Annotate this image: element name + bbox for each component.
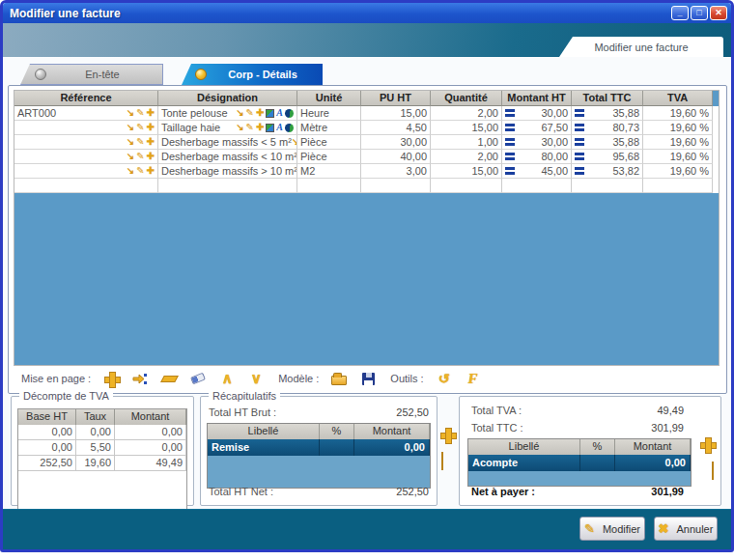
col-header-unite[interactable]: Unité <box>297 91 361 106</box>
remise-row[interactable]: Remise 0,00 <box>208 439 430 456</box>
table-row[interactable]: ART000 ↘ ✎ ✚ Tonte pelouse ↘ ✎ ✚ A Heure… <box>14 106 719 121</box>
pick-article-icon[interactable]: ↘ <box>236 123 243 132</box>
color-circle-icon[interactable] <box>285 124 294 132</box>
empty-row[interactable] <box>14 179 719 193</box>
remove-acompte-button[interactable] <box>712 462 714 480</box>
quantite-cell[interactable]: 1,00 <box>431 135 502 150</box>
add-acompte-button[interactable] <box>700 437 715 456</box>
add-row-button[interactable] <box>97 369 126 388</box>
total-ttc-cell[interactable]: 35,88 <box>572 135 643 150</box>
total-ttc-cell[interactable]: 35,88 <box>572 106 643 121</box>
remise-pct[interactable] <box>320 439 354 456</box>
add-plus-icon[interactable]: ✚ <box>147 137 155 147</box>
col-header-pu-ht[interactable]: PU HT <box>361 91 431 106</box>
equals-icon[interactable] <box>505 153 515 160</box>
image-icon[interactable] <box>266 109 274 118</box>
reference-cell[interactable]: ↘ ✎ ✚ <box>14 121 158 135</box>
table-row[interactable]: ↘ ✎ ✚ Desherbage massifs < 10 m² ↘ ✎ ✚ A… <box>14 150 719 164</box>
equals-icon[interactable] <box>575 153 584 160</box>
unite-cell[interactable]: Heure <box>297 106 361 121</box>
col-header-tva[interactable]: TVA <box>643 91 713 106</box>
remove-remise-button[interactable] <box>441 453 443 470</box>
equals-icon[interactable] <box>505 109 515 117</box>
tva-row[interactable]: 252,50 19,60 49,49 <box>18 456 186 471</box>
pick-article-icon[interactable]: ↘ <box>127 108 134 118</box>
col-header-total-ttc[interactable]: Total TTC <box>572 91 643 106</box>
move-down-button[interactable]: ∨ <box>241 369 270 388</box>
remise-table-empty[interactable] <box>208 456 430 488</box>
edit-pencil-icon[interactable]: ✎ <box>136 123 144 132</box>
pick-article-icon[interactable]: ↘ <box>236 108 243 118</box>
designation-cell[interactable]: Taillage haie ↘ ✎ ✚ A <box>158 121 297 135</box>
remise-label[interactable]: Remise <box>208 439 320 456</box>
table-row[interactable]: ↘ ✎ ✚ Desherbage massifs > 10 m² ↘ ✎ ✚ A… <box>14 164 719 179</box>
equals-icon[interactable] <box>575 167 584 175</box>
remise-montant[interactable]: 0,00 <box>354 439 430 456</box>
quantite-cell[interactable]: 2,00 <box>431 106 502 121</box>
reference-cell[interactable]: ↘ ✎ ✚ <box>14 150 158 164</box>
font-style-icon[interactable]: A <box>276 123 283 132</box>
edit-pencil-icon[interactable]: ✎ <box>136 137 144 147</box>
minimize-icon[interactable]: _ <box>671 6 689 20</box>
add-plus-icon[interactable]: ✚ <box>147 152 155 161</box>
pu-ht-cell[interactable]: 30,00 <box>361 135 431 150</box>
equals-icon[interactable] <box>505 138 515 146</box>
acompte-pct[interactable] <box>580 455 615 471</box>
close-icon[interactable]: ✕ <box>710 6 727 20</box>
equals-icon[interactable] <box>575 124 584 131</box>
add-plus-icon[interactable]: ✚ <box>147 108 155 118</box>
tva-cell[interactable]: 19,60 % <box>643 135 713 150</box>
insert-row-button[interactable] <box>126 369 155 388</box>
equals-icon[interactable] <box>575 138 584 146</box>
montant-ht-cell[interactable]: 45,00 <box>502 164 572 179</box>
designation-cell[interactable]: Desherbage massifs < 5 m² ↘ ✎ ✚ A <box>158 135 297 150</box>
acompte-table-empty[interactable] <box>468 471 691 486</box>
tab-en-tete[interactable]: En-tête <box>20 64 163 85</box>
equals-icon[interactable] <box>505 167 515 175</box>
quantite-cell[interactable]: 2,00 <box>431 150 502 164</box>
acompte-label[interactable]: Acompte <box>468 455 580 471</box>
add-plus-icon[interactable]: ✚ <box>256 108 264 118</box>
pu-ht-cell[interactable]: 15,00 <box>361 106 431 121</box>
col-header-designation[interactable]: Désignation <box>158 91 297 106</box>
add-remise-button[interactable] <box>440 428 455 446</box>
table-row[interactable]: ↘ ✎ ✚ Desherbage massifs < 5 m² ↘ ✎ ✚ A … <box>14 135 719 150</box>
unite-cell[interactable]: M2 <box>297 164 361 179</box>
delete-row-button[interactable] <box>155 369 184 388</box>
pu-ht-cell[interactable]: 3,00 <box>361 164 431 179</box>
edit-pencil-icon[interactable]: ✎ <box>136 152 144 161</box>
font-style-icon[interactable]: A <box>276 108 283 118</box>
montant-ht-cell[interactable]: 80,00 <box>502 150 572 164</box>
pu-ht-cell[interactable]: 40,00 <box>361 150 431 164</box>
open-model-button[interactable] <box>325 369 353 388</box>
tva-cell[interactable]: 19,60 % <box>643 150 713 164</box>
color-circle-icon[interactable] <box>285 109 294 118</box>
total-ttc-cell[interactable]: 53,82 <box>572 164 643 179</box>
pick-article-icon[interactable]: ↘ <box>127 123 134 132</box>
add-plus-icon[interactable]: ✚ <box>256 123 264 132</box>
tva-row[interactable]: 0,00 0,00 0,00 <box>18 425 186 440</box>
tva-cell[interactable]: 19,60 % <box>643 164 713 179</box>
edit-pencil-icon[interactable]: ✎ <box>246 123 254 132</box>
unite-cell[interactable]: Mètre <box>297 121 361 135</box>
acompte-montant[interactable]: 0,00 <box>615 455 691 471</box>
reference-cell[interactable]: ↘ ✎ ✚ <box>14 135 158 150</box>
designation-cell[interactable]: Desherbage massifs < 10 m² ↘ ✎ ✚ A <box>158 150 297 164</box>
move-up-button[interactable]: ∧ <box>212 369 241 388</box>
equals-icon[interactable] <box>575 109 584 117</box>
quantite-cell[interactable]: 15,00 <box>431 121 502 135</box>
reference-cell[interactable]: ↘ ✎ ✚ <box>14 164 158 179</box>
acompte-row[interactable]: Acompte 0,00 <box>468 455 691 471</box>
save-model-button[interactable] <box>353 369 382 388</box>
edit-pencil-icon[interactable]: ✎ <box>136 166 144 176</box>
tva-cell[interactable]: 19,60 % <box>643 106 713 121</box>
montant-ht-cell[interactable]: 67,50 <box>502 121 572 135</box>
pick-article-icon[interactable]: ↘ <box>127 137 134 147</box>
edit-pencil-icon[interactable]: ✎ <box>246 108 254 118</box>
quantite-cell[interactable]: 15,00 <box>431 164 502 179</box>
montant-ht-cell[interactable]: 30,00 <box>502 106 572 121</box>
edit-pencil-icon[interactable]: ✎ <box>136 108 144 118</box>
col-header-montant-ht[interactable]: Montant HT <box>502 91 572 106</box>
maximize-icon[interactable]: □ <box>691 6 708 20</box>
designation-cell[interactable]: Tonte pelouse ↘ ✎ ✚ A <box>158 106 297 121</box>
